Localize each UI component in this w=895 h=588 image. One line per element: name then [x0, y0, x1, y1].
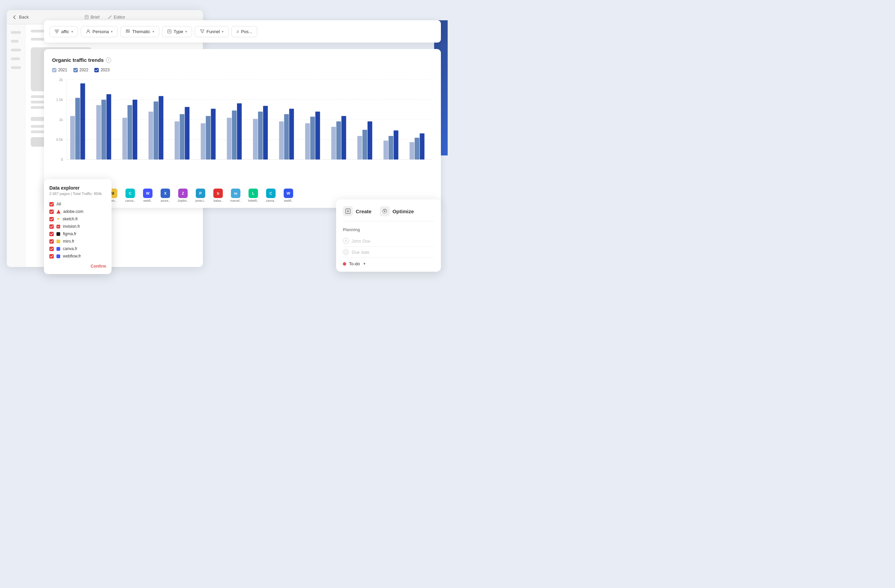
svg-rect-18 [70, 116, 75, 159]
webflow2-logo: W [284, 189, 293, 198]
brand-marvel: m marvel.. [228, 189, 243, 202]
de-item-canva[interactable]: canva.fr [49, 245, 106, 252]
filter-persona[interactable]: Persona ▾ [81, 26, 118, 37]
tab-editor[interactable]: Editor [108, 15, 125, 20]
filter-type[interactable]: Type ▾ [162, 26, 192, 37]
svg-rect-47 [316, 112, 320, 159]
brand-zeplin: Z Zeplini.. [175, 189, 191, 202]
svg-rect-43 [284, 114, 289, 159]
balsa-logo: b [213, 189, 223, 198]
brief-icon [85, 15, 89, 19]
webflow-label: webfl.. [143, 199, 152, 202]
proto-logo: P [196, 189, 205, 198]
de-item-figma[interactable]: figma.fr [49, 230, 106, 238]
webflow-logo: W [143, 189, 153, 198]
svg-rect-19 [76, 98, 80, 159]
filter-position[interactable]: # Pos... [231, 26, 257, 37]
miro-dot [56, 239, 60, 243]
de-item-adobe[interactable]: adobe.com [49, 208, 106, 215]
chevron-icon: ▾ [111, 30, 112, 33]
tab-brief[interactable]: Brief [85, 15, 100, 20]
app-sidebar [7, 24, 25, 267]
legend-checkbox-2023 [94, 68, 99, 72]
de-item-sketch[interactable]: ✦ sketch.fr [49, 215, 106, 223]
legend-label-2021: 2021 [58, 68, 67, 72]
canva-dot [56, 247, 60, 251]
sidebar-item [11, 48, 21, 52]
svg-marker-60 [56, 209, 61, 214]
thematic-label: Thematic [132, 29, 150, 34]
editor-label: Editor [114, 15, 125, 20]
svg-rect-37 [232, 111, 237, 159]
de-item-miro[interactable]: miro.fr [49, 238, 106, 245]
adobe-icon [56, 209, 61, 214]
svg-rect-54 [384, 141, 388, 159]
info-icon[interactable]: i [106, 58, 111, 63]
tab-create[interactable]: Create [343, 206, 372, 216]
svg-rect-49 [337, 121, 341, 159]
brand-proto: P proto.i.. [193, 189, 208, 202]
svg-rect-42 [279, 121, 284, 159]
legend-label-2023: 2023 [100, 68, 109, 72]
svg-text:2k: 2k [59, 78, 63, 82]
brand-webflow: W webfl.. [140, 189, 156, 202]
de-checkbox-figma [49, 232, 54, 236]
svg-rect-31 [179, 114, 184, 159]
lottie-label: lottiefil.. [248, 199, 259, 202]
filter-thematic[interactable]: Thematic ▾ [120, 26, 159, 37]
svg-rect-57 [410, 142, 414, 159]
svg-rect-27 [149, 112, 153, 159]
planning-row-date[interactable]: Due date [343, 247, 434, 258]
planning-row-user[interactable]: John Doe [343, 235, 434, 247]
chart-area: 2k 1.5k 1k 0.5k 0 [52, 78, 433, 172]
figma-dot [56, 232, 60, 236]
svg-rect-22 [102, 100, 106, 159]
svg-rect-21 [96, 105, 101, 159]
legend-checkbox-2022 [73, 68, 78, 72]
svg-rect-50 [341, 116, 346, 159]
brief-label: Brief [91, 15, 100, 20]
de-label-canva: canva.fr [63, 246, 77, 251]
svg-rect-45 [305, 123, 310, 159]
svg-rect-52 [363, 130, 367, 159]
traffic-label: affic [61, 29, 69, 34]
de-item-webflow[interactable]: webflow.fr [49, 252, 106, 260]
position-label: Pos... [241, 29, 252, 34]
de-item-invision[interactable]: in invision.fr [49, 223, 106, 230]
chart-svg: 2k 1.5k 1k 0.5k 0 [52, 78, 433, 172]
svg-text:1k: 1k [59, 118, 63, 122]
de-checkbox-webflow [49, 254, 54, 259]
create-icon [345, 208, 351, 214]
svg-rect-25 [127, 105, 132, 159]
de-label-miro: miro.fr [63, 239, 74, 244]
de-item-all[interactable]: All [49, 200, 106, 208]
chevron-icon: ▾ [71, 30, 73, 33]
persona-icon [86, 29, 91, 34]
legend-label-2022: 2022 [79, 68, 89, 72]
svg-rect-53 [367, 121, 372, 159]
status-row[interactable]: To-do ▾ [343, 258, 434, 266]
tab-optimize[interactable]: Optimize [380, 206, 414, 216]
hash-icon: # [236, 29, 239, 34]
confirm-button[interactable]: Confirm [91, 264, 106, 269]
thematic-icon [126, 29, 130, 34]
de-label-figma: figma.fr [63, 232, 76, 236]
filter-traffic[interactable]: affic ▾ [49, 26, 78, 37]
de-label-invision: invision.fr [63, 224, 80, 229]
axure-label: axure.. [161, 199, 170, 202]
svg-rect-23 [106, 94, 111, 159]
type-icon [167, 29, 172, 34]
filter-funnel[interactable]: Funnel ▾ [195, 26, 229, 37]
svg-text:0.5k: 0.5k [56, 138, 63, 142]
svg-rect-36 [227, 118, 232, 159]
svg-rect-41 [263, 106, 268, 159]
legend-2022: 2022 [73, 68, 89, 72]
back-button[interactable]: Back [12, 15, 29, 20]
invision-dot: in [56, 225, 60, 229]
proto-label: proto.i.. [196, 199, 206, 202]
brand-balsa: b balsa.. [210, 189, 226, 202]
balsa-label: balsa.. [214, 199, 223, 202]
back-arrow-icon [12, 15, 17, 20]
sketch-dot: ✦ [56, 217, 60, 221]
webflow-dot [56, 255, 60, 258]
